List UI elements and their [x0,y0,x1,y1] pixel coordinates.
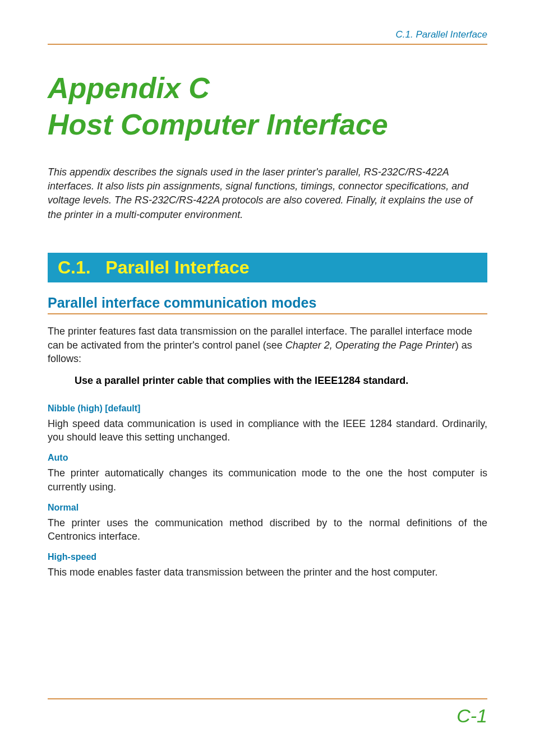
page-number: C-1 [48,705,487,727]
mode-title-nibble: Nibble (high) [default] [48,403,487,414]
mode-block: High-speed This mode enables faster data… [48,552,487,579]
page-title: Appendix C Host Computer Interface [48,70,487,143]
intro-paragraph: This appendix describes the signals used… [48,165,487,222]
title-line-1: Appendix C [48,72,210,104]
mode-block: Nibble (high) [default] High speed data … [48,403,487,444]
para-italic-ref: Chapter 2, Operating the Page Printer [285,340,455,351]
running-head: C.1. Parallel Interface [48,29,487,45]
section-header: C.1. Parallel Interface [48,253,487,282]
mode-title-auto: Auto [48,453,487,463]
mode-block: Normal The printer uses the communicatio… [48,503,487,543]
cable-note: Use a parallel printer cable that compli… [75,375,487,387]
mode-desc-highspeed: This mode enables faster data transmissi… [48,565,487,579]
footer-rule [48,698,487,699]
mode-block: Auto The printer automatically changes i… [48,453,487,493]
subsection-header: Parallel interface communication modes [48,295,487,314]
mode-title-highspeed: High-speed [48,552,487,562]
mode-title-normal: Normal [48,503,487,513]
footer: C-1 [48,698,487,727]
title-line-2: Host Computer Interface [48,108,388,141]
mode-desc-normal: The printer uses the communication metho… [48,516,487,543]
mode-desc-nibble: High speed data communication is used in… [48,417,487,444]
section-title: Parallel Interface [105,257,249,277]
subsection-paragraph: The printer features fast data transmiss… [48,324,487,366]
section-number: C.1. [58,257,91,277]
mode-desc-auto: The printer automatically changes its co… [48,466,487,493]
